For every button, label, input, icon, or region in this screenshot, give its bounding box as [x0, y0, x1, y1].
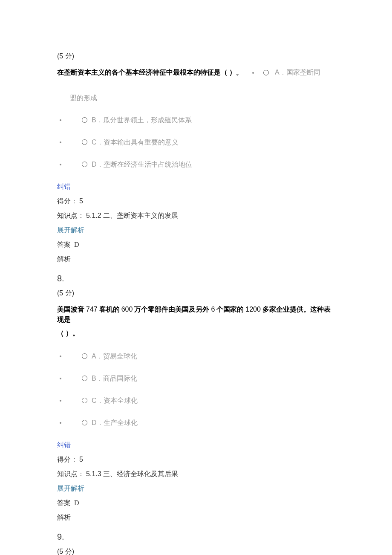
- score-value: 5: [79, 456, 83, 463]
- answer-label: 答案: [57, 499, 71, 506]
- q7-option-d[interactable]: D．垄断在经济生活中占统治地位: [92, 159, 192, 170]
- option-text: C．资本输出具有重要的意义: [92, 139, 179, 146]
- q8-knowledge-point: 知识点： 5.1.3 三、经济全球化及其后果: [57, 469, 335, 479]
- radio-icon[interactable]: [82, 353, 87, 359]
- score-label: 得分：: [57, 456, 78, 463]
- q7-option-b-row: B．瓜分世界领土，形成殖民体系: [57, 115, 335, 125]
- q7-option-a-cont: 盟的形成: [57, 93, 335, 103]
- radio-icon[interactable]: [82, 376, 87, 381]
- stem-text: 客机的: [98, 306, 121, 313]
- q9-score-line: (5 分): [57, 546, 335, 555]
- stem-text: 万个零部件由美国及另外: [133, 306, 211, 313]
- q7-answer: 答案 D: [57, 240, 335, 250]
- q7-score-earned: 得分： 5: [57, 196, 335, 206]
- radio-icon[interactable]: [263, 70, 269, 75]
- radio-icon[interactable]: [82, 139, 87, 145]
- option-text: B．商品国际化: [92, 375, 137, 382]
- q7-option-b[interactable]: B．瓜分世界领土，形成殖民体系: [92, 115, 192, 125]
- option-text: 盟的形成: [70, 94, 97, 101]
- q7-option-a[interactable]: A．国家垄断同: [275, 69, 320, 76]
- q8-answer: 答案 D: [57, 498, 335, 508]
- q8-expand-link[interactable]: 展开解析: [57, 483, 335, 494]
- q8-score-line: (5 分): [57, 288, 335, 298]
- score-label: 得分：: [57, 197, 78, 205]
- kp-label: 知识点：: [57, 470, 84, 477]
- answer-value: D: [74, 241, 79, 248]
- q9-number: 9.: [57, 530, 335, 543]
- q8-option-a[interactable]: A．贸易全球化: [92, 351, 137, 361]
- option-text: A．贸易全球化: [92, 353, 137, 360]
- q7-score-line: (5 分): [57, 51, 335, 61]
- q7-explain: 解析: [57, 254, 335, 264]
- q7-stem: 在垄断资本主义的各个基本经济特征中最根本的特征是（ ）。: [57, 69, 243, 76]
- q8-stem: 美国波音 747 客机的 600 万个零部件由美国及另外 6 个国家的 1200…: [57, 304, 335, 338]
- bullet-icon: [60, 142, 61, 143]
- option-text: B．瓜分世界领土，形成殖民体系: [92, 116, 192, 124]
- q7-option-d-row: D．垄断在经济生活中占统治地位: [57, 159, 335, 170]
- stem-text: 1200: [245, 306, 261, 313]
- bullet-icon: [60, 119, 61, 121]
- option-text: C．资本全球化: [92, 397, 138, 404]
- q8-score-earned: 得分： 5: [57, 454, 335, 465]
- answer-label: 答案: [57, 241, 71, 248]
- kp-label: 知识点：: [57, 212, 84, 219]
- q8-option-b[interactable]: B．商品国际化: [92, 373, 137, 384]
- q7-option-c-row: C．资本输出具有重要的意义: [57, 137, 335, 147]
- radio-icon[interactable]: [82, 420, 87, 425]
- page: (5 分) 在垄断资本主义的各个基本经济特征中最根本的特征是（ ）。 A．国家垄…: [0, 0, 392, 555]
- kp-value: 5.1.3 三、经济全球化及其后果: [86, 470, 178, 477]
- q7-correction-link[interactable]: 纠错: [57, 182, 335, 192]
- radio-icon[interactable]: [82, 162, 87, 167]
- stem-text: （ ）。: [57, 330, 79, 337]
- stem-text: 747: [86, 306, 98, 313]
- q8-option-b-row: B．商品国际化: [57, 373, 335, 384]
- stem-text: 600: [121, 306, 133, 313]
- bullet-icon: [60, 378, 61, 379]
- kp-value: 5.1.2 二、垄断资本主义的发展: [86, 212, 178, 219]
- option-text: A．国家垄断同: [275, 69, 320, 76]
- bullet-icon: [60, 164, 61, 165]
- answer-value: D: [74, 499, 79, 506]
- radio-icon[interactable]: [82, 398, 87, 403]
- q8-option-d-row: D．生产全球化: [57, 418, 335, 428]
- q8-option-c-row: C．资本全球化: [57, 396, 335, 406]
- q8-option-a-row: A．贸易全球化: [57, 351, 335, 361]
- radio-icon[interactable]: [82, 117, 87, 123]
- q8-number: 8.: [57, 272, 335, 285]
- option-text: D．垄断在经济生活中占统治地位: [92, 161, 192, 168]
- stem-text: 美国波音: [57, 306, 86, 313]
- option-text: D．生产全球化: [92, 419, 138, 426]
- q7-expand-link[interactable]: 展开解析: [57, 225, 335, 235]
- q8-option-c[interactable]: C．资本全球化: [92, 396, 138, 406]
- stem-text: 6: [211, 306, 215, 313]
- bullet-icon: [60, 356, 61, 357]
- q7-knowledge-point: 知识点： 5.1.2 二、垄断资本主义的发展: [57, 211, 335, 221]
- stem-text: 个国家的: [215, 306, 245, 313]
- q7-option-c[interactable]: C．资本输出具有重要的意义: [92, 137, 179, 147]
- bullet-icon: [60, 422, 61, 424]
- q7-stem-row: 在垄断资本主义的各个基本经济特征中最根本的特征是（ ）。 A．国家垄断同: [57, 67, 335, 78]
- q8-correction-link[interactable]: 纠错: [57, 440, 335, 450]
- score-value: 5: [79, 197, 83, 205]
- bullet-icon: [60, 400, 61, 402]
- q8-option-d[interactable]: D．生产全球化: [92, 418, 138, 428]
- q8-explain: 解析: [57, 512, 335, 523]
- bullet-icon: [252, 72, 254, 74]
